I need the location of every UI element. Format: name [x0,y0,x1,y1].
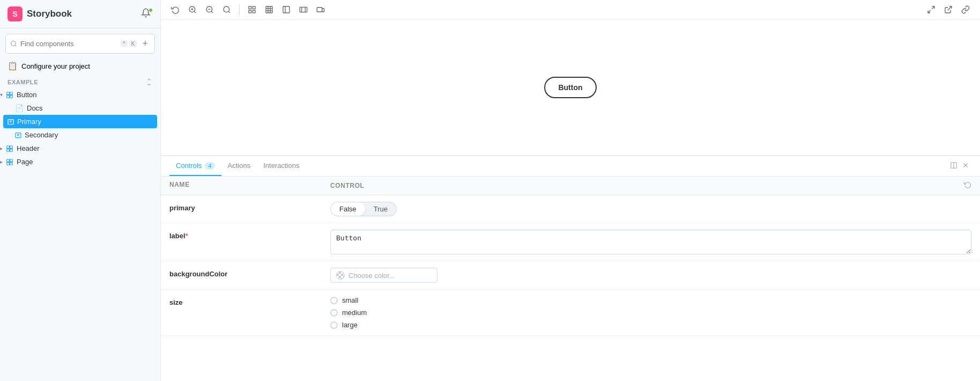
reload-button[interactable] [168,3,182,16]
toolbar-divider-1 [239,4,240,15]
close-panel-button[interactable] [960,159,971,173]
color-swatch [336,271,345,280]
fullscreen-button[interactable] [924,3,938,16]
sidebar-item-header[interactable]: ▸ Header [0,142,160,155]
tab-controls[interactable]: Controls 4 [169,156,221,176]
color-picker-button[interactable]: Choose color... [330,268,437,283]
svg-rect-32 [253,10,255,13]
col-name-header: Name [169,181,330,190]
chevron-right-icon-header: ▸ [0,145,3,151]
secondary-label: Secondary [25,131,58,139]
radio-small-circle [330,297,338,304]
component-view-button[interactable] [245,3,259,16]
control-row-backgroundcolor: backgroundColor Choose color... [161,261,980,290]
svg-line-45 [932,6,934,9]
size-small-option[interactable]: small [330,296,971,304]
preview-button[interactable]: Button [544,77,596,98]
radio-large-circle [330,321,338,329]
zoom-out-button[interactable] [203,3,217,16]
svg-rect-16 [7,159,10,162]
svg-rect-29 [249,6,251,9]
ctrl-control-size: small medium large [330,296,971,329]
svg-line-1 [15,45,16,46]
label-text-input[interactable]: Button [330,230,971,254]
svg-line-47 [948,6,952,10]
size-large-option[interactable]: large [330,321,971,329]
component-icon-page [6,158,13,166]
controls-header-row: Name Control [161,177,980,195]
svg-rect-4 [7,95,10,98]
grid-view-button[interactable] [262,3,276,16]
sidebar-item-button[interactable]: ▾ Button [0,88,160,101]
open-new-tab-button[interactable] [941,3,955,16]
story-icon-primary [8,119,14,125]
size-medium-option[interactable]: medium [330,309,971,317]
primary-label: Primary [17,118,41,126]
ctrl-name-label: label* [169,230,330,240]
chevron-down-icon: ▾ [0,92,3,98]
search-bar[interactable]: ^ K + [5,34,155,54]
svg-rect-31 [249,10,251,13]
tab-interactions[interactable]: Interactions [257,156,306,176]
primary-toggle-group[interactable]: False True [330,202,397,216]
split-panel-button[interactable] [948,159,960,173]
zoom-reset-button[interactable] [220,3,234,16]
color-placeholder: Choose color... [348,272,395,280]
button-group-label: Button [17,91,37,99]
size-radio-group: small medium large [330,296,971,329]
svg-point-27 [224,6,229,12]
single-view-button[interactable] [279,3,293,16]
svg-line-46 [928,10,931,13]
svg-rect-43 [317,8,322,12]
size-medium-label: medium [342,309,367,317]
svg-rect-44 [322,9,324,12]
control-row-size: size small medium large [161,290,980,336]
sidebar-item-primary[interactable]: Primary [3,115,157,128]
sidebar-item-page[interactable]: ▸ Page [0,155,160,168]
responsive-button[interactable] [314,3,328,16]
search-icon [10,40,17,47]
component-icon-header [6,145,13,152]
search-input[interactable] [20,40,117,48]
ctrl-name-size: size [169,296,330,306]
configure-icon: 📋 [8,61,18,71]
sort-icon [145,78,153,86]
svg-point-0 [11,41,16,46]
svg-rect-12 [7,145,10,148]
search-shortcuts: ^ K [121,40,137,47]
zoom-in-button[interactable] [185,3,199,16]
primary-false-option[interactable]: False [331,202,365,216]
col-control-header: Control [330,182,365,189]
svg-rect-18 [7,162,10,165]
preview-area: Button [161,20,980,156]
svg-rect-3 [10,92,13,94]
configure-label: Configure your project [21,62,90,70]
add-story-button[interactable]: + [140,37,150,50]
sidebar-item-docs[interactable]: 📄 Docs [0,101,160,115]
section-label: EXAMPLE [0,75,160,88]
notification-icon[interactable] [141,8,153,20]
copy-link-button[interactable] [959,3,972,16]
primary-true-option[interactable]: True [365,202,396,216]
reset-all-button[interactable] [964,181,971,190]
ctrl-name-backgroundcolor: backgroundColor [169,268,330,278]
controls-badge: 4 [205,162,214,170]
shortcut-k: K [129,40,137,47]
svg-line-28 [228,11,230,13]
svg-rect-5 [10,95,13,98]
header-group-label: Header [17,144,40,152]
svg-rect-14 [7,149,10,151]
controls-panel: Controls 4 Actions Interactions [161,156,980,381]
svg-rect-33 [266,6,272,13]
svg-rect-15 [10,149,13,151]
full-width-button[interactable] [296,3,310,16]
sidebar-item-secondary[interactable]: Secondary [0,128,160,142]
radio-medium-circle [330,309,338,317]
ctrl-name-primary: primary [169,202,330,212]
configure-project-item[interactable]: 📋 Configure your project [0,57,160,75]
svg-rect-17 [10,159,13,162]
svg-rect-19 [10,162,13,165]
chevron-right-icon-page: ▸ [0,159,3,165]
main-content: Button Controls 4 Actions Interactions [161,0,980,381]
tab-actions[interactable]: Actions [221,156,257,176]
